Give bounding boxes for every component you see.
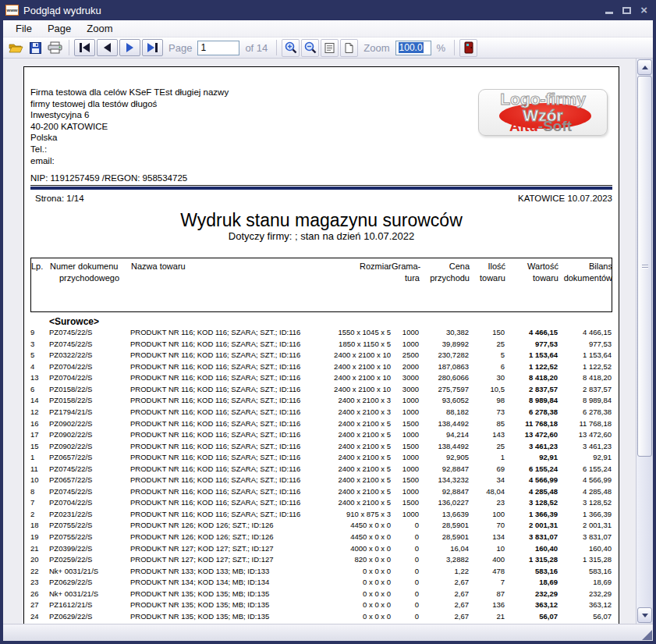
- save-button[interactable]: [27, 39, 44, 57]
- table-row: 2PZ0231/22/SPRODUKT NR 116; KOD 116; SZA…: [30, 509, 612, 521]
- table-row: 11PZ0745/22/SPRODUKT NR 116; KOD 116; SZ…: [30, 464, 612, 475]
- table-row: 22Nk+ 0031/21/SPRODUKT NR 133; KOD 133; …: [30, 566, 612, 578]
- col-header-cena: Cena przychodu: [420, 261, 470, 284]
- page-number-value: 1: [200, 42, 206, 53]
- page-width-button[interactable]: [321, 39, 339, 57]
- table-row: 18PZ0755/22/SPRODUKT NR 126; KOD 126; SZ…: [30, 520, 612, 532]
- titlebar: www Podgląd wydruku ×: [0, 0, 656, 20]
- logo-text-line1: Logo-firmy: [479, 91, 607, 107]
- zoom-out-icon: [304, 41, 317, 54]
- table-row: 15PZ0902/22/SPRODUKT NR 116; KOD 116; SZ…: [30, 441, 612, 453]
- exit-preview-button[interactable]: [459, 39, 477, 57]
- table-row: 24PZ0629/22/SPRODUKT NR 135; KOD 135; MB…: [30, 611, 612, 623]
- scrollbar-track[interactable]: [637, 76, 652, 607]
- table-row: 1PZ0657/22/SPRODUKT NR 116; KOD 116; SZA…: [30, 452, 612, 464]
- table-row: 3PZ0745/22/SPRODUKT NR 116; KOD 116; SZA…: [30, 339, 612, 350]
- vertical-scrollbar: [636, 59, 653, 624]
- nip-regon-line: NIP: 1191257459 /REGON: 958534725: [30, 173, 612, 186]
- last-page-button[interactable]: [142, 39, 163, 56]
- floppy-disk-icon: [30, 42, 41, 54]
- col-header-gramatura: Grama- tura: [392, 261, 420, 284]
- go-previous-icon: [104, 43, 111, 52]
- pages-total-label: of 14: [241, 42, 271, 54]
- table-row: 4PZ0704/22/SPRODUKT NR 116; KOD 116; SZA…: [30, 361, 612, 373]
- col-header-wartosc: Wartość towaru: [505, 261, 558, 284]
- menu-zoom[interactable]: Zoom: [79, 21, 120, 36]
- col-header-lp: Lp.: [31, 261, 50, 284]
- meta-row: Strona: 1/14 KATOWICE 10.07.2023: [30, 194, 612, 203]
- scrollbar-thumb[interactable]: [637, 76, 652, 457]
- header-rule: [30, 187, 612, 190]
- page-number-input[interactable]: 1: [197, 41, 239, 55]
- toolbar-separator: [69, 40, 69, 55]
- whole-page-icon: [343, 42, 355, 54]
- menu-page[interactable]: Page: [40, 21, 79, 36]
- table-row: 9PZ0745/22/SPRODUKT NR 116; KOD 116; SZA…: [30, 327, 612, 339]
- open-button[interactable]: [7, 39, 25, 57]
- scroll-down-button[interactable]: [637, 607, 652, 623]
- go-first-icon: [80, 43, 82, 52]
- company-email: email:: [30, 155, 612, 167]
- go-last-icon: [147, 43, 154, 52]
- minimize-button[interactable]: [605, 4, 613, 16]
- percent-label: %: [433, 42, 450, 54]
- toolbar-separator: [276, 40, 277, 55]
- col-header-bilans: Bilans dokumentów: [558, 261, 612, 284]
- scroll-up-button[interactable]: [637, 59, 652, 75]
- company-phone: Tel.:: [30, 144, 612, 155]
- print-preview-window: www Podgląd wydruku × File Page Zoom: [0, 0, 656, 644]
- thumb-grip: [642, 265, 648, 265]
- table-body: 9PZ0745/22/SPRODUKT NR 116; KOD 116; SZA…: [30, 327, 612, 624]
- city-date: KATOWICE 10.07.2023: [518, 194, 612, 203]
- printer-icon: [48, 41, 62, 54]
- zoom-out-button[interactable]: [301, 39, 319, 57]
- minimize-icon: [605, 12, 613, 14]
- exit-door-icon: [463, 41, 474, 54]
- zoom-in-button[interactable]: [282, 39, 300, 57]
- next-page-button[interactable]: [119, 39, 140, 56]
- table-row: 6PZ0158/22/SPRODUKT NR 116; KOD 116; SZA…: [30, 384, 612, 396]
- statusbar: [3, 624, 653, 641]
- table-row: 5PZ0322/22/SPRODUKT NR 116; KOD 116; SZA…: [30, 350, 612, 361]
- zoom-label: Zoom: [360, 42, 393, 54]
- menubar: File Page Zoom: [3, 20, 653, 37]
- page-width-icon: [324, 42, 335, 54]
- page-info: Strona: 1/14: [30, 194, 84, 203]
- table-header-box: Lp. Numer dokumenu przychodowego Nazwa t…: [30, 258, 612, 312]
- report-subtitle: Dotyczy firmy: ; stan na dzień 10.07.202…: [30, 230, 612, 243]
- window-title: Podgląd wydruku: [23, 5, 601, 16]
- close-button[interactable]: ×: [640, 4, 647, 16]
- print-button[interactable]: [46, 39, 64, 57]
- col-header-rozmiar: Rozmiar: [312, 261, 392, 284]
- previous-page-button[interactable]: [97, 39, 118, 56]
- preview-viewport: Firma testowa dla celów KSeF TEst długie…: [3, 59, 653, 624]
- col-header-name: Nazwa towaru: [131, 261, 312, 284]
- table-row: 26Nk+ 0031/21/SPRODUKT NR 135; KOD 135; …: [30, 589, 612, 600]
- toolbar: Page 1 of 14: [3, 37, 653, 59]
- arrow-up-icon: [642, 66, 648, 69]
- company-logo: Logo-firmy Wzór Altu-Soft: [478, 89, 608, 136]
- section-surowce: <Surowce>: [49, 316, 612, 327]
- table-row: 16PZ0902/22/SPRODUKT NR 116; KOD 116; SZ…: [30, 418, 612, 430]
- col-header-doc: Numer dokumenu przychodowego: [50, 261, 131, 284]
- zoom-value-input[interactable]: 100.0: [395, 41, 431, 55]
- resize-grip[interactable]: [642, 630, 652, 640]
- table-row: 20PZ0259/22/SPRODUKT NR 127; KOD 127; SZ…: [30, 554, 612, 566]
- maximize-icon: [622, 7, 631, 14]
- arrow-down-icon: [642, 614, 648, 617]
- maximize-button[interactable]: [622, 4, 631, 16]
- go-next-icon: [126, 43, 133, 52]
- open-folder-icon: [9, 42, 23, 54]
- table-row: 13PZ0704/22/SPRODUKT NR 116; KOD 116; SZ…: [30, 372, 612, 384]
- table-row: 17PZ0902/22/SPRODUKT NR 116; KOD 116; SZ…: [30, 429, 612, 441]
- table-row: 8PZ0745/22/SPRODUKT NR 116; KOD 116; SZA…: [30, 486, 612, 498]
- menu-file[interactable]: File: [8, 21, 40, 36]
- table-row: 12PZ1794/21/SPRODUKT NR 116; KOD 116; SZ…: [30, 407, 612, 418]
- first-page-button[interactable]: [74, 39, 95, 56]
- table-row: 27PZ1612/21/SPRODUKT NR 135; KOD 135; MB…: [30, 600, 612, 611]
- zoom-value: 100.0: [399, 42, 424, 53]
- whole-page-button[interactable]: [340, 39, 358, 57]
- col-header-ilosc: Ilość towaru: [470, 261, 505, 284]
- table-row: 23PZ0629/22/SPRODUKT NR 134; KOD 134; MB…: [30, 577, 612, 589]
- table-row: 21PZ0399/22/SPRODUKT NR 127; KOD 127; SZ…: [30, 543, 612, 555]
